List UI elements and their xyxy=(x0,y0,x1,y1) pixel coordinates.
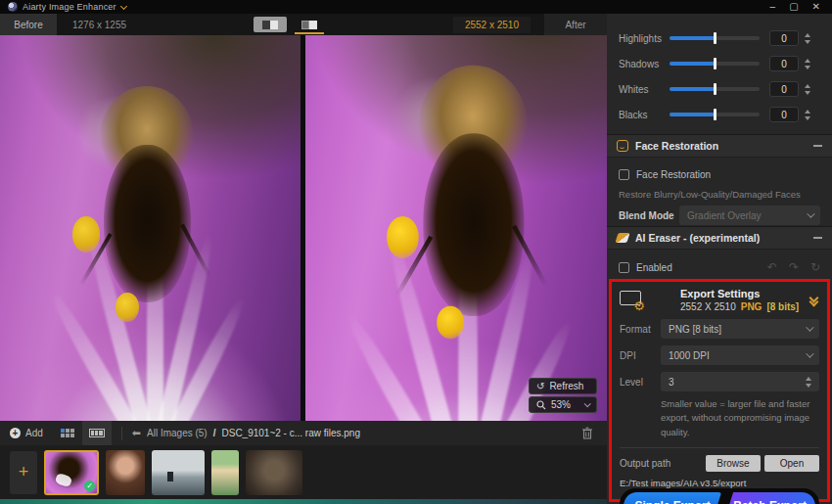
tone-sliders-section: Highlights 0 Shadows 0 Whites 0 xyxy=(607,14,832,134)
filmstrip-view-button[interactable] xyxy=(82,421,112,445)
export-settings-icon: ⚙ xyxy=(620,291,645,310)
after-dimensions: 2552 x 2510 xyxy=(453,17,531,33)
after-tab[interactable]: After xyxy=(544,14,607,35)
trash-icon xyxy=(581,427,593,439)
shadows-value[interactable]: 0 xyxy=(769,56,799,71)
add-image-tile[interactable]: + xyxy=(10,451,37,494)
settings-sidebar: Highlights 0 Shadows 0 Whites 0 xyxy=(607,14,832,504)
close-button[interactable]: ✕ xyxy=(812,2,820,12)
after-image-pane[interactable] xyxy=(305,35,607,421)
breadcrumb: ⬅ All Images (5) / DSC_9101~2 - c... raw… xyxy=(132,427,360,439)
blend-mode-select[interactable]: Gradient Overlay xyxy=(679,206,820,225)
highlights-stepper[interactable] xyxy=(805,33,810,44)
face-restoration-checkbox[interactable] xyxy=(619,169,629,180)
format-select[interactable]: PNG [8 bits] xyxy=(661,319,819,339)
app-window: Aiarty Image Enhancer – ▢ ✕ Before 1276 … xyxy=(0,0,832,504)
maximize-button[interactable]: ▢ xyxy=(789,2,798,12)
breadcrumb-all-images[interactable]: All Images (5) xyxy=(147,428,208,438)
highlights-value[interactable]: 0 xyxy=(769,30,799,46)
level-stepper[interactable] xyxy=(806,377,811,388)
face-restoration-checkbox-row[interactable]: Face Restoration xyxy=(619,164,820,184)
after-image xyxy=(305,35,607,421)
export-titles: Export Settings 2552 X 2510 PNG [8 bits] xyxy=(680,288,799,312)
app-logo-icon xyxy=(8,2,18,12)
highlights-slider[interactable] xyxy=(670,36,760,40)
chevron-down-icon xyxy=(806,323,813,331)
output-path-row: Output path Browse Open xyxy=(620,455,819,472)
thumbnail-bee-flower[interactable]: ✓ xyxy=(44,450,99,495)
viewer-header: Before 1276 x 1255 2552 x 2510 After xyxy=(0,14,607,35)
collapse-icon[interactable] xyxy=(813,237,822,239)
ai-eraser-header[interactable]: AI Eraser - (experimental) xyxy=(607,226,832,250)
shadows-slider[interactable] xyxy=(670,62,760,66)
blend-mode-label: Blend Mode xyxy=(619,210,679,221)
export-settings-header[interactable]: ⚙ Export Settings 2552 X 2510 PNG [8 bit… xyxy=(620,288,819,312)
shadows-stepper[interactable] xyxy=(805,59,810,69)
split-view-button[interactable] xyxy=(254,17,287,32)
export-format-badge: PNG xyxy=(741,301,763,312)
expand-double-chevron-icon[interactable] xyxy=(810,295,819,305)
export-settings-title: Export Settings xyxy=(680,288,799,299)
eraser-enabled-checkbox[interactable] xyxy=(619,262,629,273)
whites-stepper[interactable] xyxy=(805,84,810,95)
open-button[interactable]: Open xyxy=(764,455,819,472)
zoom-level-value: 53% xyxy=(551,399,571,410)
collapse-icon[interactable] xyxy=(813,145,822,147)
side-by-side-view-button[interactable] xyxy=(293,17,326,32)
before-image xyxy=(0,35,300,421)
delete-button[interactable] xyxy=(581,427,593,439)
blacks-slider[interactable] xyxy=(670,113,760,116)
breadcrumb-current-file: DSC_9101~2 - c... raw files.png xyxy=(221,428,359,438)
thumbnail-girl-outdoor[interactable] xyxy=(211,450,239,495)
output-path-label: Output path xyxy=(620,458,702,469)
viewer-column: Before 1276 x 1255 2552 x 2510 After xyxy=(0,14,607,504)
refresh-button[interactable]: ↺ Refresh xyxy=(529,378,597,394)
thumbnail-group-photo[interactable] xyxy=(246,450,302,495)
ai-eraser-body: Enabled ↶ ↷ ↻ xyxy=(607,250,832,279)
level-row: Level 3 xyxy=(620,372,819,391)
dpi-select[interactable]: 1000 DPI xyxy=(661,345,819,365)
thumbnail-portrait-woman[interactable] xyxy=(106,450,145,495)
whites-slider[interactable] xyxy=(670,87,760,91)
eraser-history-controls: ↶ ↷ ↻ xyxy=(767,260,820,274)
reset-icon[interactable]: ↻ xyxy=(810,260,820,274)
image-compare-area: ↺ Refresh 53% xyxy=(0,35,607,421)
title-bar: Aiarty Image Enhancer – ▢ ✕ xyxy=(0,0,832,14)
plus-icon: + xyxy=(10,428,21,438)
blacks-stepper[interactable] xyxy=(805,110,810,120)
batch-export-button[interactable]: Batch Export xyxy=(724,492,815,504)
dpi-row: DPI 1000 DPI xyxy=(620,345,819,365)
redo-icon[interactable]: ↷ xyxy=(789,260,799,274)
add-button[interactable]: + Add xyxy=(0,428,53,438)
chevron-down-icon xyxy=(807,209,814,217)
thumbnail-harbor-scene[interactable] xyxy=(152,450,205,495)
before-image-pane[interactable] xyxy=(0,35,300,421)
whites-label: Whites xyxy=(619,84,670,95)
zoom-level-control[interactable]: 53% xyxy=(529,396,597,413)
minimize-button[interactable]: – xyxy=(770,2,776,12)
before-tab[interactable]: Before xyxy=(0,14,57,35)
ai-eraser-title: AI Eraser - (experimental) xyxy=(635,232,760,244)
export-settings-panel: ⚙ Export Settings 2552 X 2510 PNG [8 bit… xyxy=(609,279,830,502)
refresh-icon: ↺ xyxy=(536,382,544,391)
title-dropdown-chevron-icon[interactable] xyxy=(121,4,127,10)
browse-button[interactable]: Browse xyxy=(706,455,761,472)
export-buttons: Single Export Batch Export xyxy=(620,488,819,504)
window-controls: – ▢ ✕ xyxy=(770,2,826,12)
grid-view-button[interactable] xyxy=(53,421,82,445)
eraser-enabled-row[interactable]: Enabled xyxy=(619,257,672,277)
face-restoration-icon xyxy=(617,140,628,152)
whites-value[interactable]: 0 xyxy=(769,81,799,97)
grid-view-icon xyxy=(61,429,74,437)
highlights-slider-row: Highlights 0 xyxy=(619,25,822,51)
face-restoration-body: Face Restoration Restore Blurry/Low-Qual… xyxy=(607,158,832,226)
thumbnail-strip: + ✓ xyxy=(0,445,607,499)
blacks-value[interactable]: 0 xyxy=(769,107,799,122)
back-arrow-icon[interactable]: ⬅ xyxy=(132,427,141,439)
level-input[interactable]: 3 xyxy=(661,372,819,391)
blend-mode-row: Blend Mode Gradient Overlay xyxy=(619,206,820,225)
undo-icon[interactable]: ↶ xyxy=(767,260,777,274)
single-export-button[interactable]: Single Export xyxy=(624,492,721,504)
filmstrip-view-icon xyxy=(89,429,105,437)
face-restoration-header[interactable]: Face Restoration xyxy=(607,134,832,158)
